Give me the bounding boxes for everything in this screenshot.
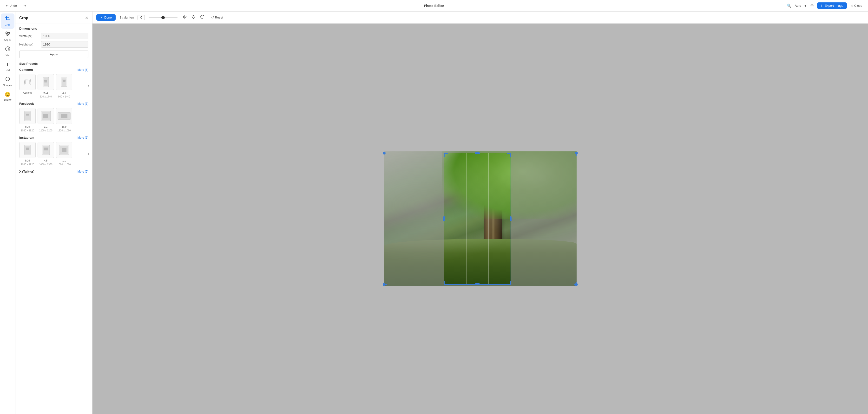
photo-canvas (384, 151, 577, 286)
export-button[interactable]: ⬆ Export Image (817, 2, 846, 9)
close-button[interactable]: ✕ Close (849, 3, 864, 8)
crop-handle-bottom[interactable] (475, 283, 480, 285)
editor-toolbar: ✓ Done Straighten (92, 11, 868, 24)
shapes-label: Shapes (3, 84, 12, 87)
tool-filter[interactable]: Filter (1, 44, 14, 59)
crop-handle-top[interactable] (475, 152, 480, 154)
svg-point-5 (6, 32, 7, 33)
zoom-controls: 🔍 Auto ▾ ⊕ (785, 3, 815, 9)
facebook-preset-section: Facebook More (3) 9:16 1080 x (19, 102, 88, 132)
preset-fb-16-9-sublabel: 1920 x 1080 (57, 129, 70, 132)
common-preset-section: Common More (6) Custom (19, 68, 88, 98)
facebook-more-button[interactable]: More (3) (78, 102, 88, 105)
straighten-value-input[interactable] (137, 15, 145, 20)
sticker-label: Sticker (4, 98, 12, 101)
preset-ig-4-5[interactable]: 4:5 1080 x 1350 (38, 142, 54, 166)
flip-vertical-button[interactable] (190, 13, 197, 22)
height-input[interactable] (41, 41, 88, 47)
preset-ig-1-1[interactable]: 1:1 1080 x 1080 (56, 142, 72, 166)
crop-handle-right[interactable] (509, 216, 512, 221)
preset-fb-9-16-sublabel: 1080 x 1920 (21, 129, 34, 132)
zoom-dropdown-button[interactable]: ▾ (803, 3, 808, 8)
top-bar-right: 🔍 Auto ▾ ⊕ ⬆ Export Image ✕ Close (785, 2, 864, 9)
width-input[interactable] (41, 33, 88, 39)
preset-fb-1-1[interactable]: 1:1 1200 x 1200 (38, 108, 54, 132)
common-preset-arrow[interactable]: › (88, 84, 89, 88)
svg-rect-22 (25, 112, 30, 120)
preset-2-3-sublabel: 960 x 1440 (58, 95, 70, 98)
preset-fb-9-16[interactable]: 9:16 1080 x 1920 (19, 108, 36, 132)
preset-ig-9-16[interactable]: 9:16 1080 x 1920 (19, 142, 36, 166)
instagram-more-button[interactable]: More (6) (78, 136, 88, 139)
preset-9-16[interactable]: 9:16 810 x 1440 (38, 74, 54, 98)
svg-rect-26 (43, 114, 48, 118)
zoom-in-button[interactable]: ⊕ (809, 3, 815, 9)
flip-icon-button[interactable] (181, 13, 188, 22)
apply-button[interactable]: Apply (19, 51, 88, 58)
svg-rect-13 (26, 80, 29, 84)
instagram-label: Instagram (19, 136, 34, 139)
toolbar-icons (181, 13, 206, 22)
twitter-more-button[interactable]: More (5) (78, 170, 88, 173)
rotate-button[interactable] (199, 13, 206, 22)
preset-ig-4-5-label: 4:5 (44, 159, 48, 162)
crop-label: Crop (5, 23, 10, 26)
outer-handle-tr[interactable] (575, 152, 578, 155)
preset-9-16-label: 9:16 (43, 91, 48, 94)
preset-ig-9-16-sublabel: 1080 x 1920 (21, 163, 34, 166)
preset-custom-thumb (19, 74, 36, 90)
instagram-preset-arrow[interactable]: › (88, 152, 89, 156)
crop-bracket-br (507, 281, 511, 285)
preset-ig-9-16-thumb (19, 142, 36, 158)
crop-overlay-right (511, 151, 577, 286)
crop-handle-left[interactable] (443, 216, 445, 221)
instagram-preset-grid: 9:16 1080 x 1920 4:5 1080 x 1350 (19, 142, 88, 166)
undo-label: Undo (9, 4, 17, 7)
panel-content: Dimensions Width (px) Height (px) Apply … (16, 24, 92, 414)
outer-handle-br[interactable] (575, 283, 578, 286)
redo-button[interactable]: ↪ (22, 3, 28, 8)
preset-ig-9-16-label: 9:16 (25, 159, 30, 162)
undo-button[interactable]: ↩ Undo (4, 3, 19, 8)
canvas-area (92, 24, 868, 414)
preset-fb-16-9[interactable]: 16:9 1920 x 1080 (56, 108, 72, 132)
tool-crop[interactable]: Crop (1, 13, 14, 29)
common-label: Common (19, 68, 33, 71)
common-preset-grid: Custom 9:16 810 x 1 (19, 74, 88, 98)
preset-custom[interactable]: Custom (19, 74, 36, 94)
preset-fb-9-16-thumb (19, 108, 36, 124)
tool-adjust[interactable]: Adjust (1, 29, 14, 44)
panel-header: Crop ✕ (16, 11, 92, 24)
preset-2-3-label: 2:3 (62, 91, 66, 94)
done-button[interactable]: ✓ Done (96, 14, 116, 21)
svg-rect-17 (44, 82, 47, 83)
tool-shapes[interactable]: Shapes (1, 74, 14, 89)
instagram-preset-section: Instagram More (6) 9:16 1080 x (19, 136, 88, 166)
twitter-header: X (Twitter) More (5) (19, 170, 88, 173)
crop-bracket-tl (444, 153, 448, 157)
common-more-button[interactable]: More (6) (78, 68, 88, 71)
preset-ig-1-1-sublabel: 1080 x 1080 (57, 163, 70, 166)
svg-rect-0 (6, 16, 7, 20)
size-presets-label: Size Presets (19, 62, 88, 65)
straighten-slider[interactable] (149, 17, 178, 18)
crop-box[interactable] (444, 153, 511, 285)
preset-2-3[interactable]: 2:3 960 x 1440 (56, 74, 72, 98)
tool-text[interactable]: T Text (1, 59, 14, 74)
svg-rect-35 (43, 148, 48, 151)
shapes-icon (5, 76, 10, 83)
main-layout: Crop Adjust Filt (0, 11, 868, 414)
reset-button[interactable]: ↺ Reset (209, 15, 225, 20)
facebook-preset-grid: 9:16 1080 x 1920 1:1 1200 x 1200 (19, 108, 88, 132)
zoom-out-button[interactable]: 🔍 (785, 3, 793, 8)
tool-sticker[interactable]: 😊 Sticker (1, 89, 14, 103)
adjust-icon (5, 31, 10, 37)
panel-close-button[interactable]: ✕ (85, 15, 88, 21)
outer-handle-tl[interactable] (383, 152, 385, 155)
preset-fb-1-1-label: 1:1 (44, 125, 48, 128)
svg-rect-29 (61, 114, 67, 118)
svg-rect-20 (63, 80, 65, 82)
svg-rect-2 (9, 17, 9, 21)
preset-fb-9-16-label: 9:16 (25, 125, 30, 128)
reset-icon: ↺ (211, 15, 214, 19)
